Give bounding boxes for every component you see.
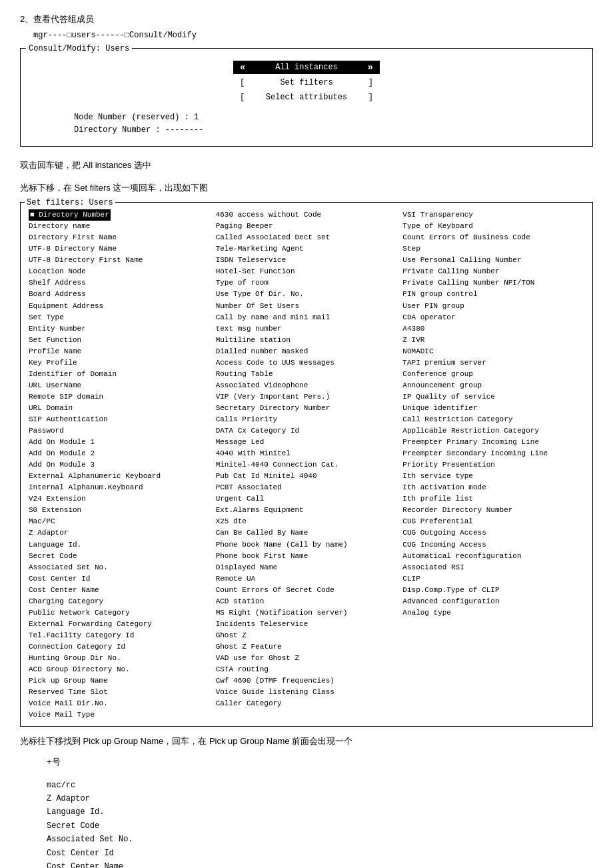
- consult-box-title: Consult/Modify: Users: [26, 44, 132, 53]
- list-item: Secret Code: [47, 819, 593, 833]
- bracket-right-2: ]: [368, 93, 373, 102]
- bracket-left-1: [: [240, 78, 245, 87]
- instruction3: 光标往下移找到 Pick up Group Name，回车，在 Pick up …: [20, 733, 593, 749]
- bracket-right-1: ]: [368, 78, 373, 87]
- left-arrows-icon: «: [240, 62, 245, 73]
- select-attributes-menu-item[interactable]: [ Select attributes ]: [233, 91, 380, 103]
- consult-modify-box: Consult/Modify: Users « All instances » …: [20, 48, 593, 147]
- bracket-left-2: [: [240, 93, 245, 102]
- filter-columns: ■ Directory Number Directory name Direct…: [26, 209, 587, 721]
- menu-area: « All instances » [ Set filters ] [ Sele…: [34, 59, 579, 105]
- nav-line: mgr----□users------□Consult/Modify: [33, 31, 593, 40]
- select-attributes-row[interactable]: [ Select attributes ]: [233, 91, 380, 103]
- all-instances-menu-item[interactable]: « All instances »: [233, 61, 380, 74]
- section-title: 2、查看代答组成员: [20, 13, 593, 25]
- set-filters-menu-item[interactable]: [ Set filters ]: [233, 77, 380, 89]
- list-item: Z Adaptor: [47, 792, 593, 805]
- list-item: Language Id.: [47, 805, 593, 819]
- all-instances-label: All instances: [275, 63, 338, 72]
- list-item: mac/rc: [47, 779, 593, 792]
- list-item: Associated Set No.: [47, 833, 593, 846]
- right-arrows-icon: »: [368, 62, 373, 73]
- filter-col-2: 4630 access without CodePaging BeeperCal…: [213, 209, 400, 721]
- list-item: Cost Center Id: [47, 847, 593, 860]
- instruction3b: +号: [47, 756, 593, 768]
- filter-col-1: ■ Directory Number Directory name Direct…: [26, 209, 213, 721]
- list-section: mac/rc Z Adaptor Language Id. Secret Cod…: [47, 779, 593, 868]
- node-number-line: Node Number (reserved) : 1: [74, 111, 579, 124]
- filter-col-3: VSI TransparencyType of KeyboardCount Er…: [400, 209, 587, 721]
- list-item: Cost Center Name: [47, 860, 593, 868]
- filter-box: Set filters: Users ■ Directory Number Di…: [20, 202, 593, 727]
- all-instances-row[interactable]: « All instances »: [233, 61, 380, 74]
- filter-box-title: Set filters: Users: [25, 198, 115, 207]
- set-filters-row[interactable]: [ Set filters ]: [233, 77, 380, 89]
- instruction2: 光标下移，在 Set filters 这一项回车，出现如下图: [20, 180, 593, 195]
- instruction1: 双击回车键，把 All instances 选中: [20, 157, 593, 173]
- set-filters-label: Set filters: [280, 78, 332, 87]
- directory-number-line: Directory Number : --------: [74, 124, 579, 137]
- nav-info: Node Number (reserved) : 1 Directory Num…: [74, 111, 579, 137]
- select-attributes-label: Select attributes: [266, 93, 347, 102]
